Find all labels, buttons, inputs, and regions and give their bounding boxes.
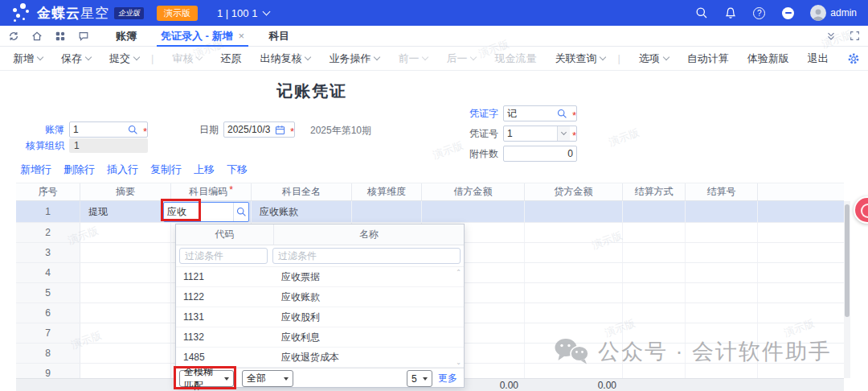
cell-summary[interactable] (80, 323, 171, 343)
toolbar-related-query[interactable]: 关联查询 (555, 51, 605, 66)
scrollbar-thumb[interactable] (845, 204, 850, 317)
date-input[interactable] (224, 122, 273, 137)
lookup-row[interactable]: 1121应收票据 (176, 267, 464, 287)
do-not-disturb-icon[interactable] (781, 6, 795, 20)
cell-summary[interactable]: 提现 (80, 201, 171, 222)
vertical-scrollbar[interactable] (844, 201, 850, 378)
lookup-magnifier-icon[interactable] (126, 122, 141, 137)
cell-debit[interactable] (422, 201, 525, 222)
cell-filler[interactable] (758, 201, 844, 222)
cell-seq[interactable]: 9 (16, 364, 80, 378)
toolbar-auto-calc[interactable]: 自动计算 (687, 51, 729, 66)
cell-settle_method[interactable] (623, 344, 686, 363)
cell-settle_no[interactable] (686, 303, 758, 323)
tab-voucher-entry-new[interactable]: 凭证录入 - 新增× (149, 26, 256, 47)
feedback-icon[interactable] (78, 31, 89, 42)
toolbar-try-new-version[interactable]: 体验新版 (747, 51, 789, 66)
cell-filler[interactable] (758, 243, 844, 262)
refresh-icon[interactable] (8, 31, 19, 42)
cell-credit[interactable] (525, 283, 623, 303)
cell-settle_method[interactable] (623, 263, 686, 282)
cell-seq[interactable]: 7 (16, 323, 80, 343)
cell-summary[interactable] (80, 223, 171, 242)
cell-credit[interactable] (525, 243, 623, 262)
help-icon[interactable]: ? (752, 6, 766, 20)
cell-summary[interactable] (80, 243, 171, 262)
cell-credit[interactable] (525, 323, 623, 343)
cell-seq[interactable]: 4 (16, 263, 80, 282)
home-icon[interactable] (31, 31, 43, 42)
lookup-magnifier-icon[interactable] (233, 203, 248, 221)
code-filter-input[interactable] (179, 248, 268, 264)
cell-seq[interactable]: 8 (16, 344, 80, 363)
cell-settle_method[interactable] (623, 364, 686, 378)
copy-row-link[interactable]: 复制行 (150, 163, 182, 177)
cell-settle_method[interactable] (623, 223, 686, 242)
lookup-row[interactable]: 1132应收利息 (176, 327, 464, 348)
cell-settle_no[interactable] (686, 283, 758, 303)
toolbar-exit[interactable]: 退出 (808, 51, 829, 66)
cell-seq[interactable]: 3 (16, 243, 80, 262)
cell-seq[interactable]: 1 (16, 201, 80, 222)
toolbar-business-ops[interactable]: 业务操作 (329, 51, 379, 66)
calendar-icon[interactable] (273, 122, 288, 137)
page-size-select[interactable]: 5 (407, 370, 432, 387)
voucher-word-input[interactable] (504, 106, 555, 121)
accounting-org-label[interactable]: 核算组织 (0, 139, 64, 153)
cell-settle_method[interactable] (623, 303, 686, 323)
account-code-input[interactable] (164, 206, 233, 217)
cell-filler[interactable] (758, 323, 844, 343)
chevron-down-icon[interactable] (557, 126, 570, 141)
toolbar-submit[interactable]: 提交 (109, 51, 139, 66)
fullscreen-icon[interactable] (850, 31, 860, 41)
cell-summary[interactable] (80, 344, 171, 363)
cell-name[interactable]: 应收账款 (252, 201, 352, 222)
toolbar-options[interactable]: 选项 (639, 51, 669, 66)
cell-code[interactable] (171, 201, 252, 222)
move-down-link[interactable]: 下移 (227, 163, 248, 177)
cell-summary[interactable] (80, 283, 171, 303)
name-filter-input[interactable] (272, 248, 461, 264)
cell-settle_method[interactable] (623, 243, 686, 262)
voucher-number-input[interactable] (504, 126, 557, 141)
cell-dim[interactable] (352, 201, 422, 222)
grid-row[interactable]: 1提现应收账款 (16, 201, 844, 223)
lookup-magnifier-icon[interactable] (555, 106, 570, 121)
search-icon[interactable] (694, 6, 708, 20)
move-up-link[interactable]: 上移 (194, 163, 215, 177)
cell-filler[interactable] (758, 283, 844, 303)
account-book-input[interactable] (70, 122, 126, 137)
org-switcher[interactable]: 1 | 100 1 (217, 7, 269, 19)
cell-settle_method[interactable] (623, 283, 686, 303)
toolbar-new[interactable]: 新增 (13, 51, 43, 66)
gear-icon[interactable] (847, 52, 860, 65)
cell-settle_no[interactable] (686, 364, 758, 378)
cell-settle_method[interactable] (623, 201, 686, 222)
cell-credit[interactable] (525, 263, 623, 282)
attachments-input[interactable] (504, 146, 576, 161)
match-mode-select[interactable]: 全模糊匹配 (179, 370, 234, 387)
cell-filler[interactable] (758, 303, 844, 323)
cell-settle_no[interactable] (686, 223, 758, 242)
cell-summary[interactable] (80, 364, 171, 378)
tab-accounts[interactable]: 科目 (256, 26, 301, 47)
collapse-icon[interactable] (825, 31, 837, 42)
cell-summary[interactable] (80, 263, 171, 282)
cell-credit[interactable] (525, 344, 623, 363)
cell-summary[interactable] (80, 303, 171, 323)
toolbar-cashier-review[interactable]: 出纳复核 (260, 51, 310, 66)
cell-settle_no[interactable] (686, 344, 758, 363)
scope-select[interactable]: 全部 (242, 370, 293, 387)
close-icon[interactable]: × (239, 30, 245, 42)
cell-credit[interactable] (525, 201, 623, 222)
cell-settle_method[interactable] (623, 323, 686, 343)
cell-settle_no[interactable] (686, 243, 758, 262)
cell-filler[interactable] (758, 223, 844, 242)
apps-grid-icon[interactable] (55, 31, 66, 42)
cell-credit[interactable] (525, 303, 623, 323)
toolbar-restore[interactable]: 还原 (220, 51, 241, 66)
cell-settle_no[interactable] (686, 323, 758, 343)
cell-seq[interactable]: 5 (16, 283, 80, 303)
lookup-row[interactable]: 1131应收股利 (176, 307, 464, 327)
bell-icon[interactable] (723, 6, 737, 20)
